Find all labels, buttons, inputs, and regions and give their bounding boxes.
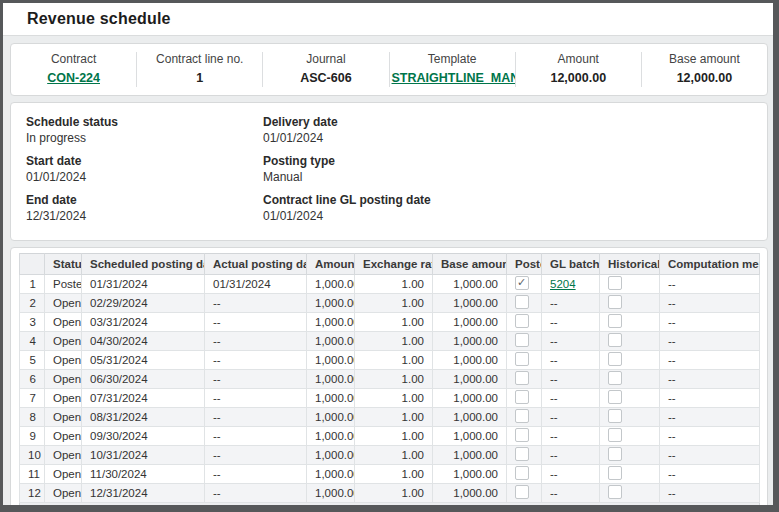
summary-field-base-amount: Base amount12,000.00: [642, 52, 767, 87]
summary-field-value: 12,000.00: [518, 71, 639, 86]
computation-memo-cell: --: [660, 389, 760, 408]
detail-field-start-date: Start date01/01/2024: [26, 154, 263, 184]
table-header-row: StatusScheduled posting dateActual posti…: [20, 254, 760, 275]
summary-field-value: ASC-606: [265, 71, 386, 86]
scheduled-posting-date-cell: 03/31/2024: [82, 313, 205, 332]
summary-field-journal: JournalASC-606: [263, 52, 389, 87]
status-cell: Open: [45, 446, 82, 465]
posted-checkbox[interactable]: [515, 447, 529, 461]
actual-posting-date-cell: --: [205, 389, 307, 408]
exchange-rate-cell: 1.00: [355, 484, 433, 503]
base-amount-cell: 1,000.00: [433, 370, 507, 389]
table-row: 4Open04/30/2024--1,000.001.001,000.00---…: [20, 332, 760, 351]
status-cell: Open: [45, 332, 82, 351]
scheduled-posting-date-cell: 02/29/2024: [82, 294, 205, 313]
summary-field-template: TemplateSTRAIGHTLINE_MANUAL: [390, 52, 516, 87]
historical-checkbox[interactable]: [608, 466, 622, 480]
posted-checkbox[interactable]: [515, 485, 529, 499]
scheduled-posting-date-cell: 07/31/2024: [82, 389, 205, 408]
base-amount-cell: 1,000.00: [433, 408, 507, 427]
computation-memo-cell: --: [660, 408, 760, 427]
column-header-scheduled-posting-date: Scheduled posting date: [82, 254, 205, 275]
gl-batch-cell: --: [542, 370, 600, 389]
base-amount-cell: 1,000.00: [433, 351, 507, 370]
base-amount-cell: 1,000.00: [433, 427, 507, 446]
posted-checkbox[interactable]: [515, 333, 529, 347]
row-number-cell: 5: [20, 351, 45, 370]
posted-checkbox[interactable]: [515, 409, 529, 423]
column-header-amount: Amount: [307, 254, 355, 275]
historical-checkbox[interactable]: [608, 314, 622, 328]
exchange-rate-cell: 1.00: [355, 408, 433, 427]
posted-cell: [507, 389, 542, 408]
row-number-cell: 4: [20, 332, 45, 351]
posted-checkbox[interactable]: [515, 371, 529, 385]
posted-checkbox[interactable]: [515, 295, 529, 309]
gl-batch-cell: --: [542, 446, 600, 465]
scheduled-posting-date-cell: 10/31/2024: [82, 446, 205, 465]
actual-posting-date-cell: --: [205, 427, 307, 446]
posted-checkbox[interactable]: [515, 390, 529, 404]
historical-checkbox[interactable]: [608, 485, 622, 499]
amount-cell: 1,000.00: [307, 275, 355, 294]
schedule-table-card: StatusScheduled posting dateActual posti…: [10, 247, 768, 512]
historical-checkbox[interactable]: [608, 390, 622, 404]
posted-cell: [507, 465, 542, 484]
posted-cell: [507, 294, 542, 313]
computation-memo-cell: --: [660, 313, 760, 332]
gl-batch-link[interactable]: 5204: [550, 278, 576, 290]
historical-checkbox[interactable]: [608, 333, 622, 347]
amount-cell: 1,000.00: [307, 351, 355, 370]
scheduled-posting-date-cell: 11/30/2024: [82, 465, 205, 484]
historical-checkbox[interactable]: [608, 276, 622, 290]
posted-checkbox[interactable]: [515, 352, 529, 366]
historical-checkbox[interactable]: [608, 428, 622, 442]
posted-cell: [507, 351, 542, 370]
posted-checkbox[interactable]: [515, 466, 529, 480]
column-header-actual-posting-date: Actual posting date: [205, 254, 307, 275]
scheduled-posting-date-cell: 01/31/2024: [82, 275, 205, 294]
posted-cell: [507, 332, 542, 351]
status-cell: Open: [45, 465, 82, 484]
posted-checkbox[interactable]: [515, 314, 529, 328]
posted-checkbox-checked[interactable]: [515, 276, 529, 290]
scheduled-posting-date-cell: 12/31/2024: [82, 484, 205, 503]
gl-batch-cell: --: [542, 389, 600, 408]
detail-field-value: Manual: [263, 170, 752, 184]
summary-field-value-link[interactable]: STRAIGHTLINE_MANUAL: [392, 71, 513, 86]
historical-checkbox[interactable]: [608, 352, 622, 366]
row-number-cell: 2: [20, 294, 45, 313]
historical-checkbox[interactable]: [608, 371, 622, 385]
column-header-posted: Posted: [507, 254, 542, 275]
actual-posting-date-cell: --: [205, 484, 307, 503]
amount-cell: 1,000.00: [307, 332, 355, 351]
detail-field-label: Schedule status: [26, 115, 263, 129]
historical-cell: [600, 484, 660, 503]
scheduled-posting-date-cell: 09/30/2024: [82, 427, 205, 446]
historical-checkbox[interactable]: [608, 409, 622, 423]
amount-cell: 1,000.00: [307, 484, 355, 503]
detail-field-value: 01/01/2024: [263, 209, 752, 223]
detail-field-label: Posting type: [263, 154, 752, 168]
detail-field-label: Delivery date: [263, 115, 752, 129]
total-amount-cell: 12,000.00: [307, 503, 355, 512]
actual-posting-date-cell: 01/31/2024: [205, 275, 307, 294]
details-left-column: Schedule statusIn progressStart date01/0…: [26, 115, 263, 232]
historical-checkbox[interactable]: [608, 447, 622, 461]
actual-posting-date-cell: --: [205, 370, 307, 389]
row-number-cell: 3: [20, 313, 45, 332]
computation-memo-cell: --: [660, 484, 760, 503]
row-number-cell: 1: [20, 275, 45, 294]
historical-checkbox[interactable]: [608, 295, 622, 309]
detail-field-schedule-status: Schedule statusIn progress: [26, 115, 263, 145]
posted-checkbox[interactable]: [515, 428, 529, 442]
computation-memo-cell: --: [660, 465, 760, 484]
row-number-cell: 8: [20, 408, 45, 427]
gl-batch-cell: --: [542, 427, 600, 446]
summary-field-value-link[interactable]: CON-224: [13, 71, 134, 86]
total-spacer: [82, 503, 307, 512]
table-row: 6Open06/30/2024--1,000.001.001,000.00---…: [20, 370, 760, 389]
posted-cell: [507, 408, 542, 427]
detail-field-posting-type: Posting typeManual: [263, 154, 752, 184]
summary-field-label: Journal: [265, 53, 386, 66]
